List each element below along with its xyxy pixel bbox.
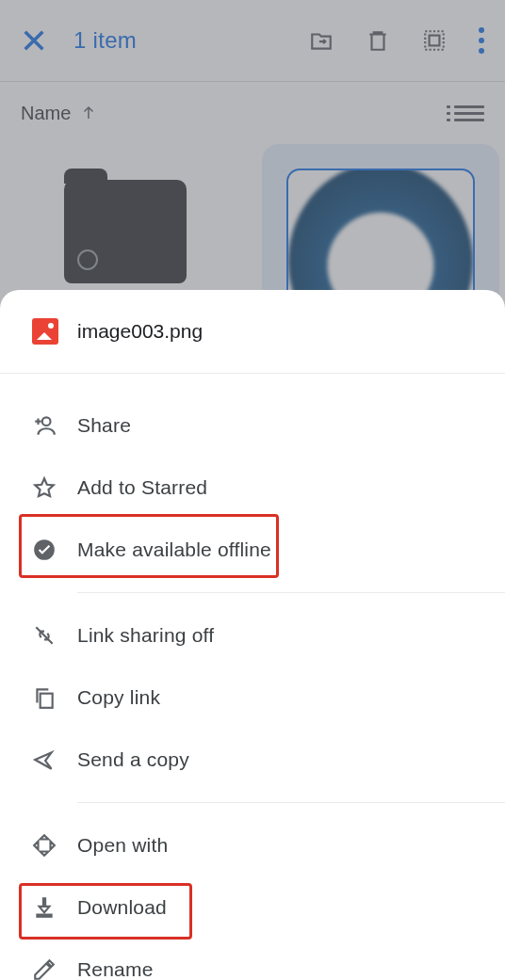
action-label: Copy link [77,686,160,709]
send-icon [32,747,57,772]
svg-point-1 [42,417,51,426]
action-label: Download [77,896,167,919]
offline-icon [32,538,57,562]
action-copy-link[interactable]: Copy link [0,667,505,729]
svg-rect-3 [41,694,53,708]
link-off-icon [32,623,57,648]
sheet-header: image003.png [0,290,505,373]
bottom-sheet: image003.png Share Add to Starred Make a… [0,290,505,980]
action-label: Rename [77,958,154,980]
star-icon [32,475,57,500]
action-available-offline[interactable]: Make available offline [0,519,505,581]
person-add-icon [32,413,57,438]
open-with-icon [32,833,57,858]
action-send-copy[interactable]: Send a copy [0,729,505,791]
action-label: Add to Starred [77,476,207,499]
svg-rect-4 [37,915,51,917]
action-open-with[interactable]: Open with [0,814,505,876]
rename-icon [32,957,57,980]
action-link-sharing[interactable]: Link sharing off [0,604,505,667]
sheet-filename: image003.png [77,320,203,343]
action-rename[interactable]: Rename [0,939,505,980]
action-share[interactable]: Share [0,394,505,457]
action-star[interactable]: Add to Starred [0,457,505,519]
action-download[interactable]: Download [0,876,505,939]
action-label: Make available offline [77,538,271,561]
copy-icon [32,685,57,710]
action-label: Send a copy [77,748,189,771]
action-label: Share [77,414,131,437]
download-icon [32,895,57,920]
action-label: Open with [77,834,168,857]
action-label: Link sharing off [77,624,214,647]
image-file-icon [32,318,58,345]
